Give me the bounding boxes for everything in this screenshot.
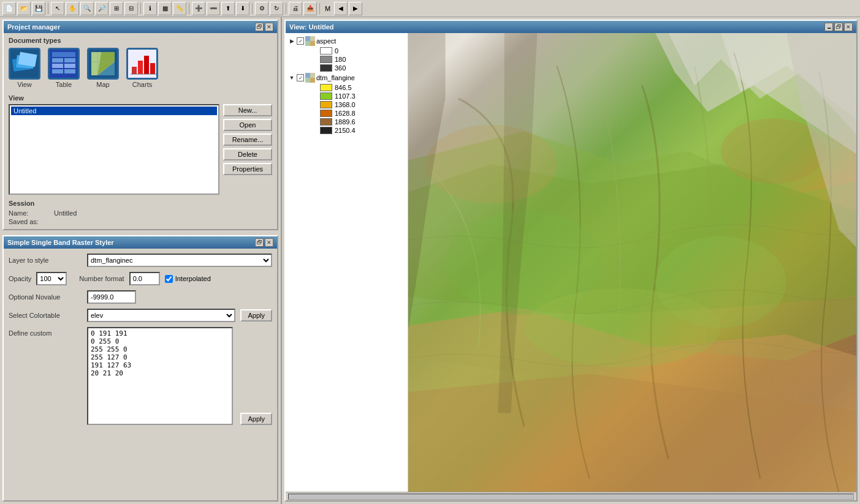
properties-view-btn[interactable]: Properties: [223, 163, 272, 175]
remove-layer-btn[interactable]: ➖: [207, 2, 220, 15]
open-file-btn[interactable]: 📂: [17, 2, 31, 15]
doc-types-label: Document types: [9, 37, 272, 44]
aspect-val-label-1: 180: [335, 56, 346, 63]
layer-up-btn[interactable]: ⬆: [221, 2, 235, 15]
view-minimize-btn[interactable]: 🗕: [824, 23, 833, 31]
session-name-row: Name: Untitled: [9, 209, 272, 217]
measure-btn[interactable]: 📏: [173, 2, 186, 15]
zoom-extent-btn[interactable]: ⊞: [110, 2, 123, 15]
refresh-btn[interactable]: ↻: [270, 2, 283, 15]
view-list[interactable]: Untitled: [9, 104, 219, 195]
svg-rect-8: [52, 64, 63, 68]
interpolated-label[interactable]: Interpolated: [165, 275, 211, 283]
view-type-label: View: [17, 81, 32, 88]
dtm-val-5: 2150.4: [288, 126, 405, 135]
layer-down-btn[interactable]: ⬇: [236, 2, 249, 15]
zoom-in-btn[interactable]: 🔍: [80, 2, 94, 15]
layer-style-select[interactable]: dtm_flanginec: [87, 254, 272, 267]
svg-rect-34: [310, 73, 315, 78]
open-view-btn[interactable]: Open: [223, 119, 272, 131]
colortable-select[interactable]: elevgreyrainbowaspect: [87, 309, 235, 322]
sep3: [189, 3, 189, 14]
dtm-swatch-0: [320, 84, 332, 91]
view-list-item[interactable]: Untitled: [11, 107, 217, 115]
zoom-out-btn[interactable]: 🔎: [95, 2, 108, 15]
settings-btn[interactable]: ⚙: [255, 2, 268, 15]
novalue-label: Optional Novalue: [9, 293, 82, 301]
close-btn[interactable]: ✕: [265, 23, 273, 31]
sep5: [286, 3, 286, 14]
view-type-icon: [9, 48, 40, 80]
pointer-btn[interactable]: ↖: [51, 2, 64, 15]
view-window: View: Untitled 🗕 🗗 ✕ ▶: [284, 20, 858, 502]
aspect-val-0: 0: [288, 47, 405, 55]
charts-type-label: Charts: [132, 81, 152, 88]
dtm-swatch-4: [320, 118, 332, 126]
rename-view-btn[interactable]: Rename...: [223, 134, 272, 146]
aspect-swatch-1: [320, 56, 332, 63]
nav-forward-btn[interactable]: ▶: [349, 2, 362, 15]
aspect-expand-icon[interactable]: ▶: [288, 37, 295, 45]
save-file-btn[interactable]: 💾: [32, 2, 45, 15]
svg-rect-28: [305, 41, 310, 46]
session-saved-row: Saved as:: [9, 218, 272, 225]
opacity-label: Opacity: [9, 275, 31, 282]
aspect-checkbox[interactable]: [297, 37, 304, 45]
layer-style-label: Layer to style: [9, 257, 82, 264]
nav-back-btn[interactable]: ◀: [334, 2, 348, 15]
charts-type-item[interactable]: Charts: [126, 48, 158, 88]
table-type-item[interactable]: Table: [48, 48, 80, 88]
pan-btn[interactable]: ✋: [66, 2, 79, 15]
session-name-key: Name:: [9, 209, 51, 217]
view-titlebar: View: Untitled 🗕 🗗 ✕: [286, 21, 856, 33]
apply-colortable-btn[interactable]: Apply: [240, 309, 272, 322]
zoom-layer-btn[interactable]: ⊟: [124, 2, 138, 15]
dtm-val-3: 1628.8: [288, 109, 405, 118]
dtm-val-1: 1107.3: [288, 92, 405, 100]
dtm-val-0: 846.5: [288, 83, 405, 92]
scrollbar-track[interactable]: [288, 494, 854, 500]
delete-view-btn[interactable]: Delete: [223, 148, 272, 160]
view-close-btn[interactable]: ✕: [844, 23, 853, 31]
dtm-val-label-4: 1889.6: [335, 118, 356, 126]
session-name-val: Untitled: [54, 209, 77, 217]
aspect-val-2: 360: [288, 64, 405, 72]
aspect-val-1: 180: [288, 55, 405, 64]
map-canvas[interactable]: [408, 33, 856, 492]
view-type-item[interactable]: View: [9, 48, 40, 88]
styler-restore-btn[interactable]: 🗗: [255, 238, 264, 247]
right-panel: View: Untitled 🗕 🗗 ✕ ▶: [282, 17, 860, 504]
svg-rect-10: [52, 69, 63, 73]
novalue-input[interactable]: [87, 290, 136, 304]
custom-colormap-textarea[interactable]: 0 191 191 0 255 0 255 255 0 255 127 0 19…: [87, 327, 233, 425]
map-type-item[interactable]: Map: [87, 48, 119, 88]
print-btn[interactable]: 🖨: [289, 2, 302, 15]
dtm-raster-icon: [305, 73, 315, 83]
dtm-val-label-0: 846.5: [335, 84, 352, 91]
export-btn[interactable]: 📤: [303, 2, 317, 15]
view-restore-btn[interactable]: 🗗: [834, 23, 843, 31]
new-file-btn[interactable]: 📄: [2, 2, 16, 15]
identify-btn[interactable]: ℹ: [143, 2, 157, 15]
styler-close-btn[interactable]: ✕: [265, 238, 273, 247]
layer-aspect-row[interactable]: ▶ aspect: [288, 36, 405, 47]
terrain-map: [408, 33, 856, 492]
svg-rect-20: [132, 67, 137, 74]
interpolated-checkbox[interactable]: [165, 275, 173, 283]
opacity-select[interactable]: 1007550250: [36, 272, 67, 285]
restore-btn[interactable]: 🗗: [255, 23, 264, 31]
novalue-row: Optional Novalue: [9, 290, 272, 304]
layer-dtm-row[interactable]: ▼ dtm_flangine: [288, 72, 405, 83]
select-btn[interactable]: ▦: [158, 2, 172, 15]
apply-custom-btn[interactable]: Apply: [240, 413, 272, 425]
number-format-input[interactable]: [129, 272, 160, 285]
layer-tree[interactable]: ▶ aspect 0: [286, 33, 408, 492]
add-layer-btn[interactable]: ➕: [192, 2, 205, 15]
bottom-scrollbar[interactable]: [286, 492, 856, 500]
svg-rect-41: [408, 33, 856, 492]
styler-title-buttons: 🗗 ✕: [255, 238, 273, 247]
dtm-checkbox[interactable]: [297, 74, 304, 81]
new-view-btn[interactable]: New...: [223, 104, 272, 116]
dtm-expand-icon[interactable]: ▼: [288, 74, 295, 81]
svg-rect-23: [150, 63, 155, 74]
